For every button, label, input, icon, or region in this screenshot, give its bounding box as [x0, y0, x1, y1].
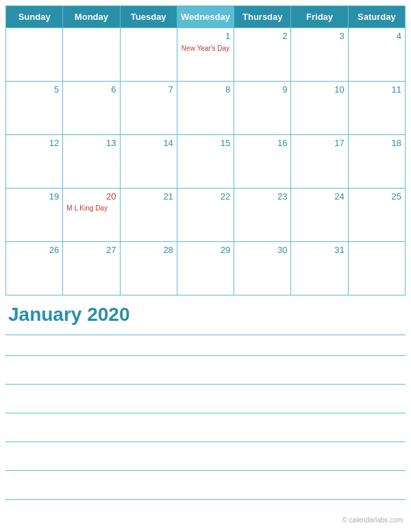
day-number: 3 — [295, 31, 344, 41]
day-number: 22 — [181, 191, 230, 202]
day-number: 19 — [10, 191, 59, 202]
note-line-6 — [5, 499, 406, 500]
day-number: 26 — [10, 245, 59, 255]
day-number: 21 — [124, 191, 173, 202]
header-friday: Friday — [291, 6, 348, 28]
header-monday: Monday — [63, 6, 120, 28]
day-number: 5 — [10, 84, 59, 95]
day-number: 14 — [124, 138, 173, 148]
calendar-cell: 7 — [120, 82, 177, 135]
footer-text: © calendarlabs.com — [5, 516, 406, 527]
day-number: 23 — [238, 191, 287, 202]
note-line-4 — [5, 442, 406, 442]
holiday-label: M L King Day — [66, 204, 116, 212]
day-number: 17 — [295, 138, 344, 148]
calendar-cell: 10 — [291, 82, 348, 135]
day-number: 30 — [238, 245, 287, 255]
calendar-cell: 13 — [63, 135, 120, 189]
header-saturday: Saturday — [348, 6, 405, 28]
calendar-cell: 19 — [6, 189, 63, 242]
note-line-5 — [5, 470, 406, 471]
day-number: 27 — [66, 245, 116, 255]
day-number: 20 — [66, 191, 116, 202]
calendar-cell: 11 — [348, 82, 405, 135]
month-title: January 2020 — [5, 304, 406, 326]
calendar-table: SundayMondayTuesdayWednesdayThursdayFrid… — [5, 5, 406, 295]
calendar-cell: 18 — [348, 135, 405, 189]
calendar-cell — [6, 28, 63, 82]
calendar-cell: 5 — [6, 82, 63, 135]
day-number: 4 — [352, 31, 401, 41]
header-thursday: Thursday — [234, 6, 291, 28]
day-number: 24 — [295, 191, 344, 202]
calendar-cell: 8 — [177, 82, 234, 135]
day-number: 2 — [238, 31, 287, 41]
calendar-wrapper: SundayMondayTuesdayWednesdayThursdayFrid… — [0, 0, 411, 532]
day-number: 16 — [238, 138, 287, 148]
day-number: 31 — [295, 245, 344, 255]
day-number: 18 — [352, 138, 401, 148]
calendar-cell — [120, 28, 177, 82]
day-number: 1 — [181, 31, 230, 41]
calendar-cell: 2 — [234, 28, 291, 82]
calendar-cell — [63, 28, 120, 82]
day-number: 29 — [181, 245, 230, 255]
note-line-3 — [5, 413, 406, 413]
calendar-cell: 25 — [348, 189, 405, 242]
calendar-cell: 9 — [234, 82, 291, 135]
calendar-cell: 31 — [291, 242, 348, 295]
day-number: 9 — [238, 84, 287, 95]
note-line-1 — [5, 355, 406, 356]
calendar-cell: 26 — [6, 242, 63, 295]
calendar-cell: 23 — [234, 189, 291, 242]
calendar-cell: 6 — [63, 82, 120, 135]
day-number: 7 — [124, 84, 173, 95]
calendar-cell: 28 — [120, 242, 177, 295]
day-number: 13 — [66, 138, 116, 148]
calendar-cell: 14 — [120, 135, 177, 189]
note-line-2 — [5, 384, 406, 385]
calendar-cell: 3 — [291, 28, 348, 82]
day-number: 25 — [352, 191, 401, 202]
calendar-cell: 15 — [177, 135, 234, 189]
header-sunday: Sunday — [6, 6, 63, 28]
day-number: 8 — [181, 84, 230, 95]
calendar-cell: 30 — [234, 242, 291, 295]
divider-top — [5, 335, 406, 335]
day-number: 12 — [10, 138, 59, 148]
day-number: 6 — [66, 84, 116, 95]
day-number: 15 — [181, 138, 230, 148]
holiday-label: New Year's Day — [181, 44, 230, 53]
calendar-cell: 24 — [291, 189, 348, 242]
header-tuesday: Tuesday — [120, 6, 177, 28]
calendar-cell: 4 — [348, 28, 405, 82]
calendar-cell: 22 — [177, 189, 234, 242]
calendar-cell: 29 — [177, 242, 234, 295]
calendar-cell: 1New Year's Day — [177, 28, 234, 82]
day-number: 11 — [352, 84, 401, 95]
calendar-cell: 20M L King Day — [63, 189, 120, 242]
notes-section — [5, 339, 406, 516]
calendar-cell: 21 — [120, 189, 177, 242]
day-number: 10 — [295, 84, 344, 95]
calendar-cell — [348, 242, 405, 295]
calendar-cell: 27 — [63, 242, 120, 295]
calendar-cell: 16 — [234, 135, 291, 189]
day-number: 28 — [124, 245, 173, 255]
calendar-cell: 12 — [6, 135, 63, 189]
calendar-cell: 17 — [291, 135, 348, 189]
header-wednesday: Wednesday — [177, 6, 234, 28]
